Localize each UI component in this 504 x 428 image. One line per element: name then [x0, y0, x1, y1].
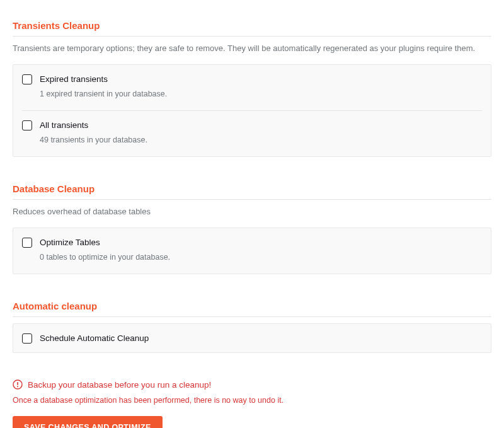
option-box-transients: Expired transients 1 expired transient i…	[13, 64, 491, 157]
section-desc-transients: Transients are temporary options; they a…	[13, 43, 491, 54]
option-all-transients[interactable]: All transients 49 transients in your dat…	[13, 111, 491, 156]
option-label-expired: Expired transients	[40, 74, 167, 85]
save-changes-and-optimize-button[interactable]: SAVE CHANGES AND OPTIMIZE	[13, 416, 163, 428]
option-text: All transients 49 transients in your dat…	[40, 120, 147, 145]
option-text: Schedule Automatic Cleanup	[40, 333, 149, 344]
divider	[13, 316, 491, 317]
svg-point-2	[17, 386, 18, 388]
option-expired-transients[interactable]: Expired transients 1 expired transient i…	[13, 65, 491, 110]
divider	[13, 36, 491, 37]
option-label-all: All transients	[40, 120, 147, 131]
option-box-automatic: Schedule Automatic Cleanup	[13, 323, 491, 354]
option-box-database: Optimize Tables 0 tables to optimize in …	[13, 228, 491, 274]
checkbox-optimize-tables[interactable]	[22, 238, 32, 248]
option-text: Expired transients 1 expired transient i…	[40, 74, 167, 99]
option-text: Optimize Tables 0 tables to optimize in …	[40, 237, 170, 262]
option-sub-all: 49 transients in your database.	[40, 135, 147, 145]
option-label-schedule: Schedule Automatic Cleanup	[40, 333, 149, 344]
section-database-cleanup: Database Cleanup Reduces overhead of dat…	[13, 183, 491, 274]
warning-sub-text: Once a database optimization has been pe…	[13, 396, 491, 405]
checkbox-all-transients[interactable]	[22, 120, 32, 130]
section-automatic-cleanup: Automatic cleanup Schedule Automatic Cle…	[13, 301, 491, 354]
warning-heading-text: Backup your database before you run a cl…	[28, 380, 211, 390]
section-title-transients: Transients Cleanup	[13, 20, 491, 31]
alert-icon	[13, 379, 23, 390]
option-schedule-cleanup[interactable]: Schedule Automatic Cleanup	[13, 324, 491, 353]
checkbox-expired-transients[interactable]	[22, 74, 32, 84]
divider	[13, 199, 491, 200]
svg-rect-1	[17, 382, 18, 385]
section-title-database: Database Cleanup	[13, 183, 491, 194]
section-transients-cleanup: Transients Cleanup Transients are tempor…	[13, 20, 491, 157]
option-sub-expired: 1 expired transient in your database.	[40, 89, 167, 99]
warning-heading-line: Backup your database before you run a cl…	[13, 379, 491, 390]
section-title-automatic: Automatic cleanup	[13, 301, 491, 311]
checkbox-schedule-cleanup[interactable]	[22, 333, 32, 344]
option-sub-optimize: 0 tables to optimize in your database.	[40, 252, 170, 262]
option-optimize-tables[interactable]: Optimize Tables 0 tables to optimize in …	[13, 228, 491, 274]
section-desc-database: Reduces overhead of database tables	[13, 206, 491, 217]
option-label-optimize: Optimize Tables	[40, 237, 170, 248]
